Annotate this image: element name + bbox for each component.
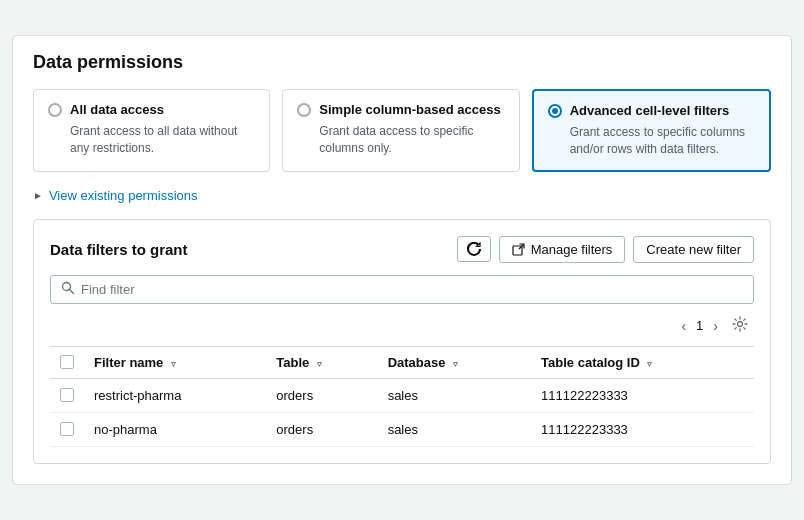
table-row: restrict-pharma orders sales 11112222333…: [50, 378, 754, 412]
external-link-icon: [512, 243, 525, 256]
pagination-row: ‹ 1 ›: [50, 314, 754, 338]
th-catalog-id: Table catalog ID ▿: [531, 346, 754, 378]
th-database: Database ▿: [378, 346, 531, 378]
radio-desc-all-data: Grant access to all data without any res…: [48, 123, 255, 157]
th-catalog-id-label: Table catalog ID: [541, 355, 640, 370]
radio-card-cell-level[interactable]: Advanced cell-level filters Grant access…: [532, 89, 771, 172]
td-checkbox-0: [50, 378, 84, 412]
svg-line-1: [519, 244, 524, 249]
create-filter-label: Create new filter: [646, 242, 741, 257]
radio-desc-column-based: Grant data access to specific columns on…: [297, 123, 504, 157]
radio-desc-cell-level: Grant access to specific columns and/or …: [548, 124, 755, 158]
radio-label-cell-level: Advanced cell-level filters: [570, 103, 730, 118]
refresh-button[interactable]: [457, 236, 491, 262]
svg-point-2: [63, 282, 71, 290]
data-filters-section: Data filters to grant Manage filters: [33, 219, 771, 464]
table-body: restrict-pharma orders sales 11112222333…: [50, 378, 754, 446]
radio-circle-cell-level: [548, 104, 562, 118]
th-database-label: Database: [388, 355, 446, 370]
sort-icon-filter-name: ▿: [171, 359, 176, 369]
search-icon: [61, 281, 75, 298]
select-all-checkbox[interactable]: [60, 355, 74, 369]
chevron-right-icon: ►: [33, 190, 43, 201]
radio-circle-column-based: [297, 103, 311, 117]
pagination-next-button[interactable]: ›: [709, 316, 722, 336]
td-database-1: sales: [378, 412, 531, 446]
filters-header: Data filters to grant Manage filters: [50, 236, 754, 263]
gear-icon: [732, 316, 748, 332]
radio-card-column-based[interactable]: Simple column-based access Grant data ac…: [282, 89, 519, 172]
th-filter-name: Filter name ▿: [84, 346, 266, 378]
page-title: Data permissions: [33, 52, 771, 73]
td-table-0: orders: [266, 378, 377, 412]
td-catalog-id-1: 111122223333: [531, 412, 754, 446]
view-permissions-label: View existing permissions: [49, 188, 198, 203]
pagination-current-page: 1: [696, 318, 703, 333]
th-filter-name-label: Filter name: [94, 355, 163, 370]
filters-actions: Manage filters Create new filter: [457, 236, 754, 263]
settings-button[interactable]: [728, 314, 752, 338]
pagination-prev-button[interactable]: ‹: [677, 316, 690, 336]
search-input[interactable]: [81, 282, 743, 297]
filters-table: Filter name ▿ Table ▿ Database ▿ Table c…: [50, 346, 754, 447]
td-filter-name-1: no-pharma: [84, 412, 266, 446]
th-checkbox: [50, 346, 84, 378]
view-permissions-toggle[interactable]: ► View existing permissions: [33, 188, 771, 203]
radio-circle-all-data: [48, 103, 62, 117]
radio-options-group: All data access Grant access to all data…: [33, 89, 771, 172]
manage-filters-label: Manage filters: [531, 242, 613, 257]
th-table-label: Table: [276, 355, 309, 370]
svg-point-4: [738, 321, 743, 326]
radio-label-all-data: All data access: [70, 102, 164, 117]
table-header-row: Filter name ▿ Table ▿ Database ▿ Table c…: [50, 346, 754, 378]
table-row: no-pharma orders sales 111122223333: [50, 412, 754, 446]
search-bar: [50, 275, 754, 304]
td-catalog-id-0: 111122223333: [531, 378, 754, 412]
manage-filters-button[interactable]: Manage filters: [499, 236, 626, 263]
row-checkbox-1[interactable]: [60, 422, 74, 436]
th-table: Table ▿: [266, 346, 377, 378]
radio-label-column-based: Simple column-based access: [319, 102, 500, 117]
sort-icon-database: ▿: [453, 359, 458, 369]
radio-card-all-data[interactable]: All data access Grant access to all data…: [33, 89, 270, 172]
td-database-0: sales: [378, 378, 531, 412]
row-checkbox-0[interactable]: [60, 388, 74, 402]
td-checkbox-1: [50, 412, 84, 446]
create-filter-button[interactable]: Create new filter: [633, 236, 754, 263]
td-table-1: orders: [266, 412, 377, 446]
refresh-icon: [467, 242, 481, 256]
td-filter-name-0: restrict-pharma: [84, 378, 266, 412]
filters-title: Data filters to grant: [50, 241, 188, 258]
sort-icon-catalog-id: ▿: [647, 359, 652, 369]
page-container: Data permissions All data access Grant a…: [12, 35, 792, 485]
sort-icon-table: ▿: [317, 359, 322, 369]
svg-line-3: [70, 290, 74, 294]
